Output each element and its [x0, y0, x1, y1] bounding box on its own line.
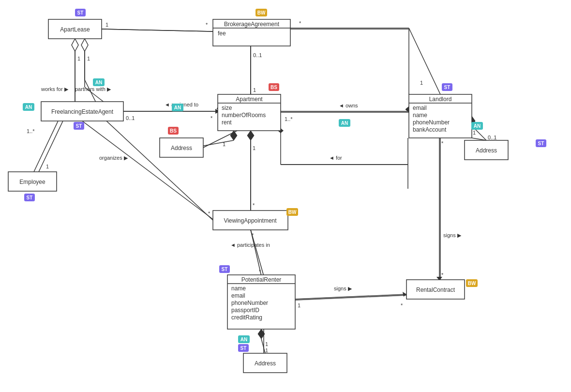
svg-text:1: 1 — [265, 341, 268, 347]
svg-line-22 — [102, 29, 213, 31]
svg-text:ST: ST — [76, 123, 82, 129]
svg-text:*: * — [206, 22, 208, 28]
svg-text:1: 1 — [253, 87, 256, 93]
svg-text:1: 1 — [223, 141, 225, 147]
svg-text:FreelancingEstateAgent: FreelancingEstateAgent — [51, 108, 114, 115]
svg-marker-25 — [72, 39, 78, 51]
svg-text:◄ participates in: ◄ participates in — [230, 242, 270, 248]
svg-text:*: * — [299, 20, 301, 26]
svg-text:ST: ST — [240, 346, 247, 351]
svg-text:BW: BW — [468, 281, 476, 286]
svg-text:ApartLease: ApartLease — [60, 26, 90, 33]
svg-text:0..1: 0..1 — [488, 135, 496, 140]
svg-text:PotentialRenter: PotentialRenter — [241, 276, 282, 283]
svg-text:BrokerageAgreement: BrokerageAgreement — [224, 21, 280, 28]
svg-text:1: 1 — [265, 347, 268, 353]
svg-line-79 — [295, 294, 406, 299]
svg-text:*: * — [441, 272, 444, 278]
svg-text:name: name — [413, 112, 427, 119]
svg-text:AN: AN — [174, 105, 181, 110]
svg-text:ST: ST — [222, 267, 228, 272]
svg-text:*: * — [259, 269, 261, 274]
svg-text:BS: BS — [170, 128, 177, 134]
svg-text:*: * — [252, 232, 254, 238]
svg-text:AN: AN — [474, 123, 481, 129]
svg-text:email: email — [231, 292, 245, 299]
svg-text:1: 1 — [77, 56, 80, 61]
svg-text:Apartment: Apartment — [236, 96, 263, 103]
svg-text:ST: ST — [538, 141, 544, 146]
svg-text:Employee: Employee — [19, 179, 45, 185]
svg-line-38 — [409, 28, 440, 94]
svg-marker-58 — [247, 131, 254, 140]
svg-text:*: * — [210, 115, 213, 121]
svg-text:Address: Address — [476, 147, 497, 154]
svg-text:1: 1 — [46, 164, 49, 169]
svg-text:Address: Address — [171, 145, 192, 151]
svg-text:phoneNumber: phoneNumber — [231, 300, 268, 306]
svg-text:BW: BW — [257, 10, 266, 15]
svg-text:signs ▶: signs ▶ — [334, 286, 352, 291]
svg-text:works for ▶: works for ▶ — [41, 86, 69, 92]
svg-text:BW: BW — [288, 210, 297, 215]
svg-marker-29 — [81, 39, 88, 51]
svg-text:BS: BS — [270, 85, 277, 90]
svg-text:1..*: 1..* — [285, 116, 293, 122]
svg-text:ViewingAppointment: ViewingAppointment — [224, 217, 277, 224]
uml-diagram: 1 * 1 works for ▶ 1 partners with ▶ 0..1… — [0, 0, 571, 392]
svg-marker-54 — [230, 131, 237, 140]
svg-text:AN: AN — [95, 80, 102, 85]
svg-text:Landlord: Landlord — [429, 96, 452, 103]
svg-text:1: 1 — [105, 22, 108, 28]
svg-text:phoneNumber: phoneNumber — [413, 119, 450, 126]
svg-text:1: 1 — [253, 145, 255, 151]
svg-text:Address: Address — [255, 360, 276, 367]
svg-text:fee: fee — [218, 30, 226, 37]
diagram-svg: 1 * 1 works for ▶ 1 partners with ▶ 0..1… — [0, 0, 571, 392]
svg-marker-84 — [258, 329, 265, 339]
svg-text:◄ owns: ◄ owns — [339, 103, 358, 108]
svg-text:*: * — [401, 302, 403, 308]
svg-text:rent: rent — [222, 119, 232, 126]
svg-text:AN: AN — [240, 337, 247, 342]
svg-marker-80 — [403, 292, 406, 297]
svg-text:1: 1 — [420, 80, 423, 86]
svg-text:AN: AN — [25, 105, 32, 110]
svg-text:0..1: 0..1 — [253, 52, 262, 58]
svg-text:1..*: 1..* — [27, 128, 35, 134]
svg-text:ST: ST — [444, 85, 451, 90]
svg-text:*: * — [253, 202, 255, 208]
svg-text:numberOfRooms: numberOfRooms — [222, 112, 266, 119]
svg-text:0..1: 0..1 — [126, 115, 135, 121]
svg-text:passportID: passportID — [231, 307, 259, 314]
svg-text:AN: AN — [341, 121, 348, 126]
svg-text:creditRating: creditRating — [231, 314, 262, 321]
svg-text:*: * — [208, 211, 210, 216]
svg-text:size: size — [222, 105, 232, 111]
svg-text:◄ for: ◄ for — [329, 155, 342, 161]
svg-text:ST: ST — [77, 10, 84, 15]
svg-text:1: 1 — [298, 302, 301, 308]
svg-text:ST: ST — [27, 195, 33, 200]
svg-text:email: email — [413, 105, 427, 111]
svg-text:bankAccount: bankAccount — [413, 126, 447, 133]
svg-text:organizes ▶: organizes ▶ — [99, 155, 128, 161]
svg-text:1: 1 — [87, 56, 90, 61]
svg-line-50 — [82, 121, 213, 219]
svg-text:*: * — [441, 140, 444, 146]
svg-text:partners with ▶: partners with ▶ — [75, 86, 111, 92]
svg-text:RentalContract: RentalContract — [416, 286, 455, 293]
svg-text:name: name — [231, 285, 246, 292]
svg-text:1: 1 — [473, 130, 476, 136]
svg-line-85 — [261, 339, 265, 353]
svg-text:signs ▶: signs ▶ — [443, 232, 462, 238]
